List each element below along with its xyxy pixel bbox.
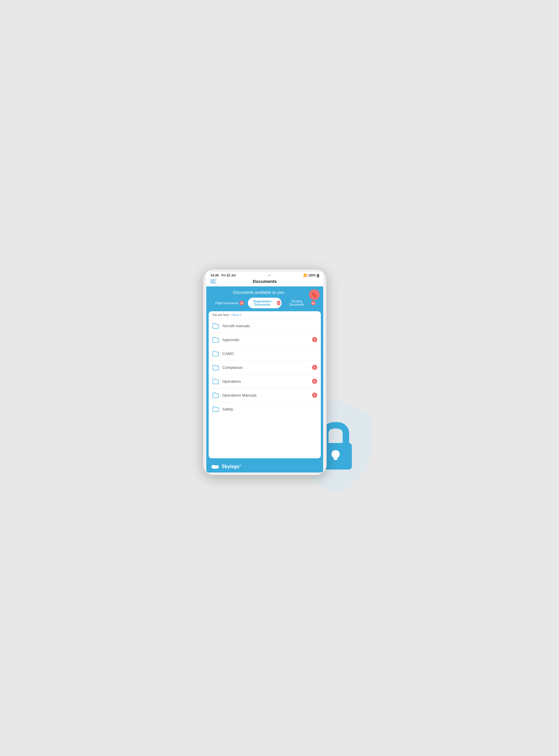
docs-available-title: Documents available to you: — [210, 290, 319, 295]
wifi-icon: 📶 — [304, 274, 307, 277]
battery-level: 100% — [308, 274, 316, 277]
documents-list: You are here : Home / Aircraft manuals — [209, 311, 321, 458]
item-badge-compliance: 1 — [312, 365, 317, 370]
tab-flight-label: Flight Documents — [215, 302, 238, 305]
item-badge-operations: 2 — [312, 379, 317, 384]
main-content: 🔖 Documents available to you: Flight Doc… — [206, 286, 323, 473]
item-label-compliance: Compliance — [222, 365, 312, 370]
list-item-safety[interactable]: Safety — [209, 402, 321, 416]
status-time-date: 14:26 Fri 22 Jul — [210, 274, 236, 277]
item-badge-approvals: 1 — [312, 337, 317, 342]
item-label-aircraft-manuals: Aircraft manuals — [222, 324, 317, 328]
folder-icon — [212, 323, 219, 329]
ipad-frame: 14:26 Fri 22 Jul ··· 📶 100% ▓ — [203, 269, 327, 475]
svg-rect-2 — [334, 454, 337, 460]
header-section: 🔖 Documents available to you: Flight Doc… — [206, 286, 323, 311]
list-item-aircraft-manuals[interactable]: Aircraft manuals — [209, 319, 321, 333]
tab-org-label: Organisation Documents — [249, 300, 276, 306]
item-label-operations-manuals: Operations Manuals — [222, 393, 312, 397]
svg-rect-6 — [212, 468, 218, 469]
folder-icon — [212, 337, 219, 343]
item-label-camo: CAMO — [222, 351, 317, 356]
nav-bar: Documents — [206, 278, 323, 286]
tab-bar: Flight Documents 15 Organisation Documen… — [210, 298, 319, 311]
status-date: Fri 22 Jul — [221, 274, 236, 277]
page-title: Documents — [216, 279, 313, 284]
status-bar: 14:26 Fri 22 Jul ··· 📶 100% ▓ — [206, 272, 323, 278]
tab-organisation-documents[interactable]: Organisation Documents 5 — [248, 298, 282, 308]
list-item-compliance[interactable]: Compliance 1 — [209, 361, 321, 374]
folder-icon — [212, 406, 219, 412]
tab-flight-documents[interactable]: Flight Documents 15 — [213, 299, 247, 307]
skylegs-logo-icon — [210, 463, 220, 470]
tab-flight-badge: 15 — [239, 301, 244, 305]
item-label-operations: Operations — [222, 379, 312, 384]
svg-point-4 — [211, 465, 216, 468]
svg-point-5 — [215, 465, 218, 468]
battery-icon: ▓ — [317, 274, 319, 277]
hamburger-menu[interactable] — [210, 280, 216, 283]
status-time: 14:26 — [210, 274, 219, 277]
tab-pending-badge: 20 — [311, 301, 315, 305]
folder-icon — [212, 350, 219, 357]
list-item-operations[interactable]: Operations 2 — [209, 374, 321, 388]
status-right: 📶 100% ▓ — [304, 274, 319, 277]
tab-pending-label: Pending Documents — [284, 300, 310, 306]
bookmark-icon: 🔖 — [311, 292, 317, 298]
tab-org-badge: 5 — [277, 301, 281, 305]
list-item-approvals[interactable]: Approvals 1 — [209, 333, 321, 347]
logo-text-container: Skylegs® — [222, 464, 241, 469]
bottom-branding: Skylegs® — [206, 461, 323, 473]
folder-icon — [212, 364, 219, 370]
list-item-operations-manuals[interactable]: Operations Manuals 1 — [209, 388, 321, 402]
ipad-screen: 14:26 Fri 22 Jul ··· 📶 100% ▓ — [206, 272, 323, 473]
breadcrumb-home-link[interactable]: Home — [231, 313, 239, 317]
skylegs-logo: Skylegs® — [210, 463, 241, 470]
logo-reg: ® — [239, 464, 241, 467]
breadcrumb: You are here : Home / — [209, 311, 321, 319]
status-dots: ··· — [268, 274, 271, 277]
tab-pending-documents[interactable]: Pending Documents 20 — [283, 298, 317, 308]
item-label-safety: Safety — [222, 407, 317, 411]
item-badge-operations-manuals: 1 — [312, 392, 317, 398]
folder-icon — [212, 392, 219, 398]
folder-icon — [212, 378, 219, 384]
item-label-approvals: Approvals — [222, 338, 312, 342]
list-item-camo[interactable]: CAMO — [209, 347, 321, 361]
logo-text: Skylegs® — [222, 464, 241, 469]
